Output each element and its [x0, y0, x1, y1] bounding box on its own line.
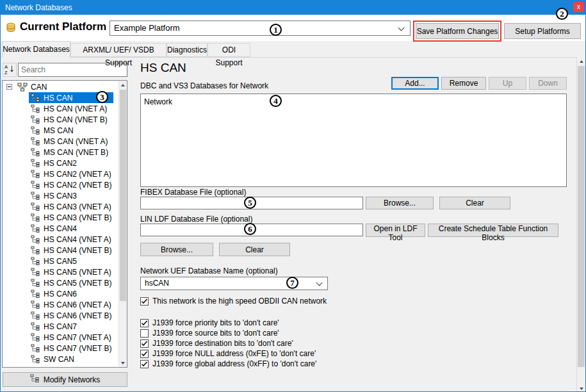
- add-button[interactable]: Add...: [391, 77, 439, 90]
- tree-item-label: HS CAN4: [44, 224, 77, 233]
- checkbox[interactable]: [140, 360, 149, 368]
- tree-item[interactable]: HS CAN4: [3, 223, 118, 234]
- tab-arxml-uef-vsdb-support[interactable]: ARXML/ UEF/ VSDB Support: [70, 43, 167, 57]
- tree-item-label: HS CAN2: [44, 159, 77, 168]
- tree-item[interactable]: HS CAN2: [3, 158, 118, 168]
- tree-item[interactable]: HS CAN4 (VNET B): [3, 245, 118, 256]
- checkbox-checked[interactable]: [140, 297, 149, 306]
- j1939-checkbox-row[interactable]: J1939 force global address (0xFF) to 'do…: [140, 359, 316, 369]
- j1939-checkbox-row[interactable]: J1939 force destination bits to 'don't c…: [140, 338, 316, 348]
- tree-item-label: HS CAN6 (VNET B): [44, 311, 111, 320]
- scrollbar-down-button[interactable]: [119, 359, 127, 367]
- fibex-browse-button[interactable]: Browse...: [366, 197, 434, 209]
- tree-item-label: HS CAN (VNET B): [44, 115, 108, 124]
- tree-item[interactable]: HS CAN5 (VNET A): [3, 266, 118, 277]
- tab-network-databases[interactable]: Network Databases: [2, 41, 70, 58]
- current-platform-label: Current Platform: [20, 20, 106, 33]
- annotation-circle-1: 1: [270, 24, 282, 36]
- obdii-checkbox-label: This network is the high speed OBDII CAN…: [152, 297, 327, 306]
- network-node-icon: [31, 202, 40, 211]
- modify-networks-button[interactable]: Modify Networks: [3, 372, 127, 387]
- network-database-list[interactable]: Network: [140, 94, 567, 187]
- platform-combobox[interactable]: Example Platform: [110, 20, 411, 36]
- annotation-circle-7: 7: [286, 277, 298, 289]
- tree-item[interactable]: HS CAN7 (VNET A): [3, 332, 118, 343]
- obdii-network-checkbox-row[interactable]: This network is the high speed OBDII CAN…: [140, 296, 327, 306]
- lin-clear-button[interactable]: Clear: [219, 243, 290, 256]
- tree-item[interactable]: MS CAN (VNET B): [3, 147, 118, 158]
- list-item[interactable]: Network: [144, 97, 563, 107]
- checkbox[interactable]: [140, 339, 149, 348]
- tree-item[interactable]: HS CAN3 (VNET A): [3, 201, 118, 212]
- network-node-icon: [31, 115, 40, 124]
- list-item-label: Network: [144, 97, 172, 106]
- tree-item[interactable]: HS CAN (VNET B): [3, 114, 118, 125]
- tab-diagnostics[interactable]: Diagnostics: [167, 43, 208, 57]
- tree-item[interactable]: HS CAN6 (VNET B): [3, 310, 118, 321]
- j1939-checkbox-label: J1939 force priority bits to 'don't care…: [152, 318, 279, 327]
- tree-item[interactable]: MS CAN (VNET A): [3, 136, 118, 147]
- tree-item-label: HS CAN4 (VNET A): [44, 235, 111, 244]
- tree-item-label: HS CAN7 (VNET B): [44, 344, 111, 353]
- tree-item[interactable]: HS CAN (VNET A): [3, 103, 118, 114]
- collapse-icon[interactable]: [6, 84, 12, 90]
- scrollbar-up-button[interactable]: [119, 81, 127, 89]
- tree-item[interactable]: HS CAN7 (VNET B): [3, 343, 118, 354]
- network-node-icon: [31, 290, 40, 298]
- up-button[interactable]: Up: [489, 77, 526, 90]
- tree-item[interactable]: HS CAN3 (VNET B): [3, 212, 118, 223]
- sort-button[interactable]: A Z: [3, 63, 17, 77]
- tree-item-label: SW CAN: [44, 355, 74, 364]
- network-node-icon: [31, 224, 40, 233]
- down-button[interactable]: Down: [529, 77, 567, 90]
- create-schedule-table-button[interactable]: Create Schedule Table Function Blocks: [428, 224, 558, 237]
- network-node-icon: [31, 192, 40, 200]
- checkbox[interactable]: [140, 319, 149, 327]
- lin-browse-button[interactable]: Browse...: [140, 243, 213, 256]
- scrollbar-up-button[interactable]: [577, 57, 585, 65]
- scrollbar-down-icon: [580, 388, 583, 390]
- annotation-circle-5: 5: [244, 197, 256, 209]
- tree-item-label: HS CAN: [44, 94, 72, 102]
- tree-item[interactable]: SW CAN: [3, 354, 118, 364]
- checkbox[interactable]: [140, 350, 149, 358]
- tree-item[interactable]: HS CAN4 (VNET A): [3, 234, 118, 245]
- j1939-checkbox-row[interactable]: J1939 force priority bits to 'don't care…: [140, 318, 316, 328]
- tree-item[interactable]: HS CAN3: [3, 190, 118, 201]
- uef-database-combobox[interactable]: hsCAN: [140, 277, 328, 290]
- network-node-icon: [31, 170, 40, 179]
- scrollbar-thumb[interactable]: [578, 66, 585, 367]
- tree-item[interactable]: HS CAN6: [3, 288, 118, 299]
- tab-odi-support[interactable]: ODI Support: [208, 43, 250, 57]
- network-node-icon: [31, 213, 40, 222]
- tree-scrollbar[interactable]: [118, 81, 127, 367]
- network-node-icon: [31, 311, 40, 320]
- tree-item[interactable]: HS CAN7: [3, 321, 118, 332]
- tree-item[interactable]: HS CAN2 (VNET B): [3, 179, 118, 190]
- close-button[interactable]: x: [573, 2, 584, 12]
- open-in-ldf-tool-button[interactable]: Open in LDF Tool: [366, 224, 425, 237]
- j1939-checkbox-row[interactable]: J1939 force source bits to 'don't care': [140, 328, 316, 338]
- j1939-checkbox-row[interactable]: J1939 force NULL address (0xFE) to 'don'…: [140, 348, 316, 359]
- remove-button[interactable]: Remove: [441, 77, 486, 90]
- lin-ldf-file-label: LIN LDF Database File (optional): [140, 215, 252, 224]
- save-platform-changes-button[interactable]: Save Platform Changes: [416, 23, 499, 39]
- platform-database-icon: [6, 22, 16, 35]
- annotation-circle-6: 6: [244, 223, 256, 235]
- setup-platforms-button[interactable]: Setup Platforms: [504, 23, 581, 39]
- tree-item[interactable]: MS CAN: [3, 125, 118, 136]
- tree-item[interactable]: HS CAN5: [3, 256, 118, 266]
- scrollbar-thumb[interactable]: [120, 90, 126, 301]
- svg-text:Z: Z: [4, 69, 8, 74]
- page-title: HS CAN: [140, 61, 186, 75]
- fibex-clear-button[interactable]: Clear: [439, 197, 510, 209]
- j1939-checkbox-label: J1939 force source bits to 'don't care': [152, 329, 279, 338]
- tree-item[interactable]: HS CAN6 (VNET A): [3, 299, 118, 310]
- tree-item[interactable]: HS CAN2 (VNET A): [3, 168, 118, 179]
- main-scrollbar[interactable]: [576, 57, 585, 392]
- checkbox[interactable]: [140, 329, 149, 338]
- network-node-icon: [31, 148, 40, 157]
- scrollbar-down-button[interactable]: [577, 384, 585, 392]
- tree-item[interactable]: HS CAN5 (VNET B): [3, 277, 118, 288]
- tree-item-label: HS CAN6 (VNET A): [44, 300, 111, 309]
